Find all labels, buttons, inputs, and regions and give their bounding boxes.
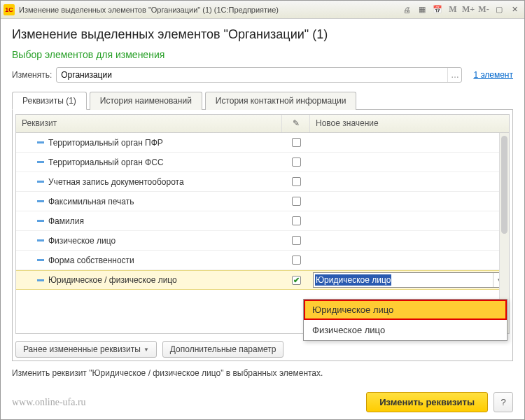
button-label: Ранее измененные реквизиты [23, 344, 141, 354]
row-marker-icon [37, 141, 44, 144]
value-dropdown-list: Юридическое лицо Физическое лицо [303, 299, 507, 341]
row-checkbox[interactable] [292, 158, 301, 167]
row-marker-icon [37, 200, 44, 202]
row-marker-icon [37, 161, 44, 163]
table-row[interactable]: Физическое лицо [16, 231, 509, 251]
memory-mplus-button[interactable]: M+ [461, 4, 475, 15]
dropdown-option[interactable]: Физическое лицо [304, 320, 507, 340]
row-checkbox[interactable] [292, 177, 301, 186]
row-label: Учетная запись документооборота [48, 177, 184, 187]
row-label: Фамилия [48, 216, 84, 226]
grid-header: Реквизит ✎ Новое значение [16, 115, 509, 133]
memory-mminus-button[interactable]: M- [477, 4, 491, 15]
row-label: Форма собственности [48, 255, 134, 265]
titlebar: 1C Изменение выделенных элементов "Орган… [1, 1, 524, 19]
status-text: Изменить реквизит "Юридическое / физичес… [12, 368, 513, 378]
row-marker-icon [37, 239, 44, 241]
watermark: www.online-ufa.ru [12, 397, 86, 408]
column-requisite[interactable]: Реквизит [16, 115, 282, 132]
change-input-wrap[interactable]: … [56, 67, 462, 83]
memory-m-button[interactable]: M [446, 4, 460, 15]
table-row[interactable]: Территориальный орган ФСС [16, 153, 509, 172]
tab-requisites[interactable]: Реквизиты (1) [12, 92, 87, 110]
additional-params-button[interactable]: Дополнительные параметр [162, 341, 284, 358]
app-icon: 1C [4, 4, 15, 15]
table-row[interactable]: Фамилия [16, 211, 509, 231]
tab-contact-history[interactable]: История контактной информации [205, 92, 357, 110]
apply-button[interactable]: Изменить реквизиты [366, 392, 488, 412]
table-row[interactable]: Форма собственности [16, 251, 509, 270]
table-row[interactable]: Факсимильная печать [16, 192, 509, 211]
row-checkbox[interactable] [292, 216, 301, 225]
column-newvalue[interactable]: Новое значение [310, 115, 509, 132]
dropdown-option[interactable]: Юридическое лицо [304, 300, 507, 320]
table-row-selected[interactable]: Юридическое / физическое лицо Юридическо… [16, 270, 509, 290]
row-marker-icon [37, 259, 44, 261]
footer: www.online-ufa.ru Изменить реквизиты ? [1, 385, 524, 419]
tabs: Реквизиты (1) История наименований Истор… [12, 91, 513, 110]
row-label: Физическое лицо [48, 236, 115, 246]
tab-name-history[interactable]: История наименований [90, 92, 202, 110]
change-more-button[interactable]: … [447, 68, 461, 82]
element-count-link[interactable]: 1 элемент [473, 70, 513, 80]
minimize-icon[interactable]: ▢ [492, 4, 506, 15]
calc-icon[interactable]: ▦ [415, 4, 429, 15]
button-label: Дополнительные параметр [170, 344, 276, 354]
print-icon[interactable]: 🖨 [400, 4, 414, 15]
section-subtitle: Выбор элементов для изменения [12, 49, 513, 60]
row-checkbox[interactable] [292, 197, 301, 206]
row-checkbox[interactable] [292, 276, 301, 285]
row-checkbox[interactable] [292, 255, 301, 265]
scrollbar-thumb[interactable] [501, 136, 507, 234]
calendar-icon[interactable]: 📅 [430, 4, 444, 15]
row-marker-icon [37, 181, 44, 183]
row-marker-icon [37, 220, 44, 222]
value-dropdown-input[interactable]: Юридическое лицо ▼ [313, 272, 506, 288]
chevron-down-icon: ▼ [144, 346, 149, 353]
column-edit-icon[interactable]: ✎ [282, 115, 310, 132]
app-window: 1C Изменение выделенных элементов "Орган… [0, 0, 525, 420]
row-checkbox[interactable] [292, 138, 301, 147]
content-area: Изменение выделенных элементов "Организа… [1, 19, 524, 385]
change-label: Изменять: [12, 70, 52, 80]
row-label: Юридическое / физическое лицо [48, 275, 177, 285]
help-button[interactable]: ? [493, 392, 513, 412]
row-label: Территориальный орган ФСС [48, 158, 164, 167]
window-title: Изменение выделенных элементов "Организа… [19, 6, 398, 14]
row-marker-icon [37, 279, 44, 281]
grid-footer-buttons: Ранее измененные реквизиты ▼ Дополнитель… [15, 341, 510, 358]
row-label: Территориальный орган ПФР [48, 138, 163, 148]
selected-value: Юридическое лицо [315, 274, 391, 286]
change-row: Изменять: … 1 элемент [12, 67, 513, 83]
table-row[interactable]: Территориальный орган ПФР [16, 133, 509, 153]
row-checkbox[interactable] [292, 236, 301, 245]
previously-changed-button[interactable]: Ранее измененные реквизиты ▼ [15, 341, 157, 358]
page-title: Изменение выделенных элементов "Организа… [12, 27, 513, 42]
row-label: Факсимильная печать [48, 197, 134, 206]
change-input[interactable] [57, 70, 447, 80]
close-icon[interactable]: ✕ [507, 4, 522, 15]
table-row[interactable]: Учетная запись документооборота [16, 172, 509, 192]
